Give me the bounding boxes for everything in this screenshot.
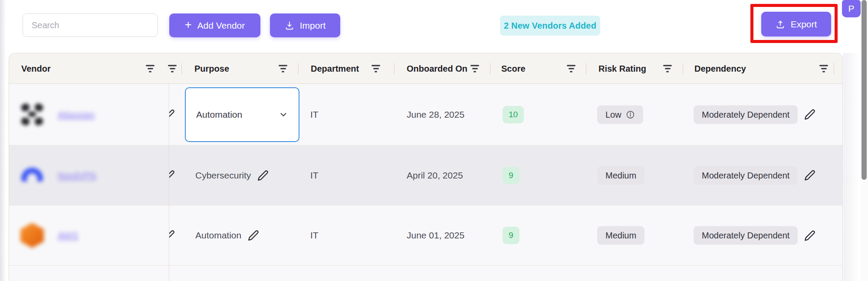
purpose-value: Automation bbox=[195, 230, 241, 241]
column-header-department: Department bbox=[311, 63, 359, 73]
department-value: IT bbox=[310, 109, 319, 120]
import-label: Import bbox=[300, 20, 326, 31]
vendor-name-link[interactable]: Atlassian bbox=[58, 109, 95, 120]
page-scrollbar-thumb[interactable] bbox=[861, 0, 867, 180]
score-badge: 9 bbox=[503, 227, 519, 244]
risk-rating-pill: Low bbox=[597, 105, 643, 124]
purpose-dropdown-value: Automation bbox=[196, 109, 242, 120]
column-header-risk-rating: Risk Rating bbox=[598, 63, 646, 73]
page-left-edge bbox=[0, 0, 6, 281]
table-body: Atlassian Automation IT June 28, 2025 bbox=[9, 84, 842, 281]
header-divider bbox=[490, 63, 490, 74]
dependency-pill: Moderately Dependent bbox=[694, 166, 798, 185]
filter-icon-department[interactable] bbox=[372, 65, 380, 72]
filter-icon-hidden-column[interactable] bbox=[168, 65, 177, 72]
header-divider bbox=[834, 63, 834, 74]
import-button[interactable]: Import bbox=[270, 13, 340, 37]
vendor-name-link[interactable]: NordVPN bbox=[58, 170, 96, 181]
filter-icon-purpose[interactable] bbox=[279, 65, 287, 72]
header-divider bbox=[683, 63, 683, 74]
table-row: AWS Automation IT June 01, 2025 9 bbox=[9, 205, 842, 266]
column-header-onboarded-on: Onboarded On bbox=[407, 63, 467, 73]
department-value: IT bbox=[310, 170, 319, 181]
risk-rating-cell: Medium bbox=[597, 166, 644, 185]
header-divider bbox=[298, 63, 299, 74]
dependency-pill: Moderately Dependent bbox=[694, 105, 798, 124]
chevron-down-icon bbox=[279, 110, 288, 119]
table-row: Atlassian Automation IT June 28, 2025 bbox=[9, 84, 842, 145]
risk-rating-value: Low bbox=[605, 109, 621, 119]
column-header-score: Score bbox=[501, 63, 526, 73]
header-divider bbox=[181, 63, 182, 74]
dependency-cell: Moderately Dependent bbox=[694, 105, 815, 124]
score-value: 9 bbox=[509, 231, 513, 240]
hidden-column-edit-icon-partial[interactable] bbox=[169, 145, 181, 205]
purpose-dropdown[interactable]: Automation bbox=[185, 87, 299, 142]
add-vendor-button[interactable]: + Add Vendor bbox=[169, 13, 260, 37]
risk-rating-cell: Medium bbox=[597, 226, 644, 245]
table-row: NordVPN Cybersecurity IT April 20, 2025 bbox=[9, 145, 842, 205]
vendor-logo-aws bbox=[20, 223, 44, 248]
edit-purpose-icon[interactable] bbox=[248, 230, 259, 241]
risk-rating-pill: Medium bbox=[597, 226, 644, 245]
table-header-row: Vendor Purpose Department Onboarded On S… bbox=[9, 53, 842, 84]
onboarded-on-cell: April 20, 2025 bbox=[407, 170, 463, 181]
onboarded-on-cell: June 01, 2025 bbox=[407, 230, 464, 241]
info-icon[interactable] bbox=[626, 110, 635, 119]
dependency-cell: Moderately Dependent bbox=[694, 166, 815, 185]
dependency-value: Moderately Dependent bbox=[702, 231, 789, 241]
table-row-partial bbox=[9, 266, 842, 281]
table-right-fade bbox=[843, 53, 860, 281]
header-divider bbox=[586, 63, 586, 74]
edit-dependency-icon[interactable] bbox=[804, 109, 815, 120]
onboarded-on-value: June 01, 2025 bbox=[407, 230, 464, 241]
user-avatar[interactable]: P bbox=[842, 0, 861, 17]
upload-icon bbox=[776, 20, 785, 29]
purpose-cell: Automation bbox=[195, 230, 259, 241]
score-value: 9 bbox=[509, 171, 513, 180]
search-input[interactable] bbox=[23, 13, 158, 37]
vendor-logo-nordvpn bbox=[20, 163, 44, 188]
edit-dependency-icon[interactable] bbox=[804, 230, 815, 241]
risk-rating-value: Medium bbox=[605, 170, 636, 180]
dependency-pill: Moderately Dependent bbox=[694, 226, 798, 245]
hidden-column-edit-icon-partial[interactable] bbox=[169, 205, 181, 265]
risk-rating-cell: Low bbox=[597, 105, 643, 124]
vendor-name-link[interactable]: AWS bbox=[58, 230, 78, 241]
score-value: 10 bbox=[509, 110, 518, 119]
add-vendor-label: Add Vendor bbox=[197, 20, 245, 31]
filter-icon-onboarded-on[interactable] bbox=[470, 65, 479, 72]
department-cell: IT bbox=[310, 230, 319, 241]
new-vendors-badge: 2 New Vendors Added bbox=[500, 16, 600, 36]
hidden-column-edit-icon-partial[interactable] bbox=[169, 84, 181, 145]
column-header-purpose: Purpose bbox=[194, 63, 229, 73]
column-header-vendor: Vendor bbox=[21, 63, 51, 73]
export-button[interactable]: Export bbox=[761, 12, 831, 36]
filter-icon-vendor[interactable] bbox=[146, 65, 155, 72]
risk-rating-value: Medium bbox=[605, 231, 636, 241]
department-cell: IT bbox=[310, 109, 319, 120]
edit-purpose-icon[interactable] bbox=[257, 170, 269, 181]
onboarded-on-value: April 20, 2025 bbox=[407, 170, 463, 181]
purpose-value: Cybersecurity bbox=[195, 170, 251, 181]
column-header-dependency: Dependency bbox=[694, 63, 746, 73]
score-badge: 9 bbox=[503, 167, 519, 184]
vendor-table: Vendor Purpose Department Onboarded On S… bbox=[9, 53, 843, 281]
filter-icon-risk-rating[interactable] bbox=[663, 65, 672, 72]
download-icon bbox=[285, 21, 294, 30]
plus-icon: + bbox=[185, 19, 192, 31]
filter-icon-score[interactable] bbox=[567, 65, 575, 72]
risk-rating-pill: Medium bbox=[597, 166, 644, 185]
department-value: IT bbox=[310, 230, 319, 241]
vendor-management-page: + Add Vendor Import 2 New Vendors Added … bbox=[0, 0, 868, 281]
edit-dependency-icon[interactable] bbox=[804, 170, 815, 181]
new-vendors-badge-text: 2 New Vendors Added bbox=[504, 21, 596, 31]
export-label: Export bbox=[791, 19, 817, 30]
vendor-logo-atlassian bbox=[20, 102, 44, 127]
header-divider bbox=[394, 63, 395, 74]
onboarded-on-value: June 28, 2025 bbox=[407, 109, 464, 120]
department-cell: IT bbox=[310, 170, 319, 181]
filter-icon-dependency[interactable] bbox=[819, 65, 828, 72]
onboarded-on-cell: June 28, 2025 bbox=[407, 109, 464, 120]
dependency-value: Moderately Dependent bbox=[702, 170, 789, 180]
